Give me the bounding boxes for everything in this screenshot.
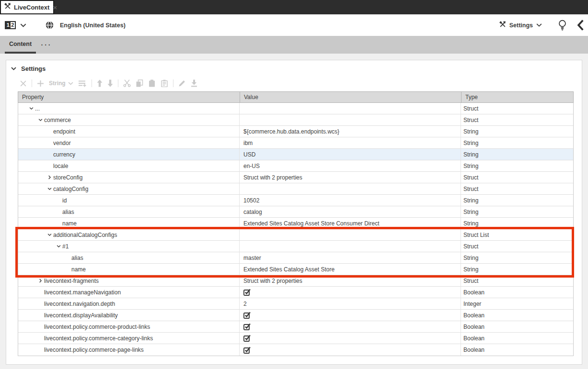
table-row[interactable]: endpoint${commerce.hub.data.endpoints.wc… [18, 126, 573, 137]
tab-content[interactable]: Content [5, 36, 36, 54]
property-type: Boolean [463, 289, 484, 296]
table-row[interactable]: livecontext.displayAvailabilityBoolean [18, 310, 573, 321]
locale-variant-badge[interactable]: 1 2 [5, 21, 16, 29]
table-row[interactable]: #1Struct [18, 241, 573, 252]
property-name: commerce [44, 117, 71, 123]
variant-dropdown-chevron-icon[interactable] [20, 23, 26, 27]
property-type: Struct List [463, 232, 489, 238]
settings-dropdown-chevron-icon [536, 23, 542, 27]
table-body: ...StructcommerceStructendpoint${commerc… [18, 103, 574, 356]
view-tab-strip: Content ··· [0, 36, 588, 54]
property-type: Struct [463, 105, 478, 112]
locale-globe-icon[interactable] [46, 21, 54, 29]
expand-node-icon[interactable] [46, 175, 53, 179]
checkbox-checked-icon[interactable] [243, 335, 251, 342]
cut-button[interactable] [123, 79, 131, 87]
property-type: Struct [463, 117, 478, 123]
table-row[interactable]: aliascatalogString [18, 206, 573, 218]
table-row[interactable]: additionalCatalogConfigsStruct List [18, 229, 573, 241]
checkbox-checked-icon[interactable] [243, 347, 251, 354]
table-header: Property Value Type [18, 91, 574, 103]
property-type: Struct [463, 174, 478, 181]
collapse-panel-chevron-icon[interactable] [577, 20, 584, 31]
window-tab-bar: LiveContext × [0, 0, 588, 14]
table-row[interactable]: id10502String [18, 195, 573, 206]
add-multiple-button[interactable] [78, 80, 87, 87]
table-row[interactable]: livecontext.navigation.depth2Integer [18, 298, 573, 310]
collapse-node-icon[interactable] [36, 118, 44, 122]
edit-button[interactable] [178, 79, 186, 87]
property-type: Boolean [463, 347, 484, 353]
move-down-button[interactable] [107, 79, 113, 87]
add-property-button[interactable] [37, 80, 44, 87]
struct-property-table: Property Value Type ...StructcommerceStr… [18, 91, 574, 356]
main-toolbar: 1 2 English (United States) [0, 14, 588, 36]
collapse-node-icon[interactable] [55, 244, 62, 248]
settings-form-panel: Settings String [6, 60, 582, 365]
table-row[interactable]: livecontext.policy.commerce-category-lin… [18, 333, 573, 344]
property-value: ibm [243, 140, 253, 146]
import-button[interactable] [191, 79, 197, 87]
variant-1: 1 [6, 22, 11, 28]
property-name: livecontext.policy.commerce-category-lin… [44, 335, 153, 342]
section-collapse-icon[interactable] [11, 67, 16, 70]
column-header-value[interactable]: Value [240, 92, 461, 102]
document-tab-livecontext[interactable]: LiveContext × [0, 0, 54, 14]
table-row[interactable]: livecontext.policy.commerce-page-linksBo… [18, 344, 573, 356]
locale-label[interactable]: English (United States) [60, 22, 126, 29]
table-row[interactable]: nameExtended Sites Catalog Asset StoreSt… [18, 264, 573, 275]
table-row[interactable]: livecontext-fragmentsStruct with 2 prope… [18, 275, 573, 287]
column-header-type[interactable]: Type [461, 92, 573, 102]
checkbox-checked-icon[interactable] [243, 312, 251, 319]
property-value: 10502 [243, 197, 259, 204]
property-value: Extended Sites Catalog Asset Store [243, 266, 334, 273]
table-row[interactable]: livecontext.manageNavigationBoolean [18, 287, 573, 298]
property-type: Struct [463, 278, 478, 284]
property-value: 2 [243, 301, 247, 307]
property-name: id [62, 197, 67, 204]
collapse-node-icon[interactable] [46, 187, 53, 191]
table-row[interactable]: livecontext.policy.commerce-product-link… [18, 321, 573, 333]
paste-button[interactable] [148, 79, 156, 87]
property-type-selector[interactable]: String [49, 80, 73, 87]
lightbulb-icon[interactable] [558, 20, 566, 31]
checkbox-checked-icon[interactable] [243, 323, 251, 330]
close-icon[interactable]: × [53, 4, 57, 11]
property-value: USD [243, 151, 255, 158]
property-name: endpoint [53, 128, 75, 135]
property-name: livecontext-fragments [44, 278, 99, 284]
table-row[interactable]: ...Struct [18, 103, 573, 114]
checkbox-checked-icon[interactable] [243, 289, 251, 296]
document-tab-title: LiveContext [14, 4, 49, 11]
copy-button[interactable] [136, 79, 143, 87]
table-row[interactable]: nameExtended Sites Catalog Asset Store C… [18, 218, 573, 229]
table-row[interactable]: localeen-USString [18, 160, 573, 172]
toolbar-separator [92, 79, 92, 87]
chevron-down-icon [68, 82, 73, 85]
column-header-property[interactable]: Property [18, 92, 240, 102]
toolbar-separator [32, 79, 32, 87]
expand-node-icon[interactable] [36, 279, 44, 283]
remove-property-button[interactable] [20, 80, 27, 87]
property-type: Struct [463, 243, 478, 250]
table-row[interactable]: aliasmasterString [18, 252, 573, 264]
property-type: String [463, 209, 478, 215]
workspace: Settings String [0, 54, 588, 369]
table-row[interactable]: catalogConfigStruct [18, 183, 573, 195]
property-value: Extended Sites Catalog Asset Store Consu… [243, 220, 379, 227]
collapse-node-icon[interactable] [46, 233, 53, 237]
table-row[interactable]: vendoribmString [18, 137, 573, 149]
paste-special-button[interactable] [161, 79, 168, 87]
tab-more[interactable]: ··· [36, 36, 57, 54]
table-row[interactable]: storeConfigStruct with 2 propertiesStruc… [18, 172, 573, 183]
settings-dropdown[interactable]: Settings [499, 21, 542, 30]
table-row[interactable]: commerceStruct [18, 114, 573, 126]
property-type: Integer [463, 301, 481, 307]
property-type: String [463, 163, 478, 169]
property-name: name [62, 220, 77, 227]
table-row[interactable]: currencyUSDString [18, 149, 573, 160]
move-up-button[interactable] [97, 79, 103, 87]
property-type: String [463, 197, 478, 204]
property-name: livecontext.policy.commerce-product-link… [44, 324, 150, 330]
collapse-node-icon[interactable] [27, 106, 35, 111]
